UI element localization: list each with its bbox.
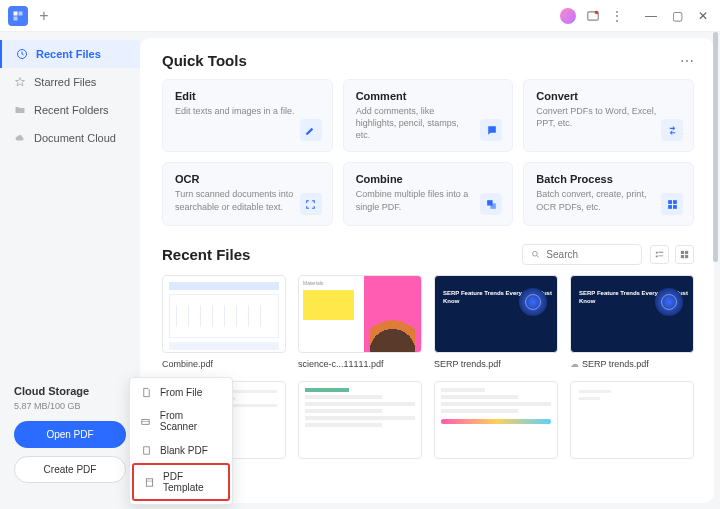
file-card[interactable]: Combine.pdf — [162, 275, 286, 369]
close-button[interactable]: ✕ — [694, 7, 712, 25]
scrollbar[interactable] — [713, 32, 718, 262]
quick-tools-title: Quick Tools — [162, 52, 247, 69]
svg-rect-16 — [685, 255, 688, 258]
svg-rect-7 — [490, 203, 495, 208]
svg-rect-0 — [14, 11, 18, 15]
file-name: SERP trends.pdf — [434, 359, 558, 369]
svg-point-4 — [595, 10, 599, 14]
tool-name: Comment — [356, 90, 501, 102]
svg-rect-8 — [668, 200, 672, 204]
svg-rect-2 — [14, 16, 18, 20]
svg-rect-1 — [19, 11, 23, 15]
batch-icon — [661, 193, 683, 215]
tool-desc: Edit texts and images in a file. — [175, 105, 295, 117]
ctx-from-file[interactable]: From File — [130, 380, 232, 404]
file-card[interactable]: SERP Feature Trends Every SEO Must Know … — [434, 275, 558, 369]
titlebar: + ⋮ — ▢ ✕ — [0, 0, 720, 32]
blank-icon — [140, 444, 152, 456]
maximize-button[interactable]: ▢ — [668, 7, 686, 25]
svg-rect-17 — [142, 419, 149, 424]
search-box[interactable] — [522, 244, 642, 265]
tool-batch-process[interactable]: Batch Process Batch convert, create, pri… — [523, 162, 694, 226]
scanner-icon — [140, 415, 152, 427]
tool-name: Edit — [175, 90, 320, 102]
notification-icon[interactable] — [586, 9, 600, 23]
sidebar-item-label: Recent Folders — [34, 104, 109, 116]
cloud-icon — [14, 132, 26, 144]
cloud-storage-usage: 5.87 MB/100 GB — [14, 401, 126, 411]
cloud-storage-title: Cloud Storage — [14, 385, 126, 397]
template-icon — [144, 476, 155, 488]
combine-icon — [480, 193, 502, 215]
file-card[interactable]: Materials science-c...11111.pdf — [298, 275, 422, 369]
sidebar-item-starred-files[interactable]: Starred Files — [0, 68, 140, 96]
file-card[interactable] — [298, 381, 422, 459]
tool-desc: Combine multiple files into a single PDF… — [356, 188, 476, 212]
tool-desc: Turn scanned documents into searchable o… — [175, 188, 295, 212]
tool-name: OCR — [175, 173, 320, 185]
clock-icon — [16, 48, 28, 60]
star-icon — [14, 76, 26, 88]
tool-convert[interactable]: Convert Convert PDFs to Word, Excel, PPT… — [523, 79, 694, 152]
ocr-icon — [300, 193, 322, 215]
tool-name: Batch Process — [536, 173, 681, 185]
search-icon — [531, 249, 540, 260]
file-card[interactable] — [434, 381, 558, 459]
more-menu-icon[interactable]: ⋮ — [610, 8, 624, 24]
svg-rect-10 — [668, 205, 672, 209]
search-input[interactable] — [546, 249, 633, 260]
svg-rect-14 — [685, 251, 688, 254]
new-tab-button[interactable]: + — [34, 6, 54, 26]
file-card[interactable] — [570, 381, 694, 459]
tool-name: Combine — [356, 173, 501, 185]
file-thumbnail — [570, 381, 694, 459]
tool-desc: Add comments, like highlights, pencil, s… — [356, 105, 476, 141]
svg-rect-19 — [146, 478, 152, 485]
svg-rect-9 — [673, 200, 677, 204]
file-thumbnail: Materials — [298, 275, 422, 353]
tool-comment[interactable]: Comment Add comments, like highlights, p… — [343, 79, 514, 152]
file-card[interactable]: SERP Feature Trends Every SEO Must Know … — [570, 275, 694, 369]
ctx-from-scanner[interactable]: From Scanner — [130, 404, 232, 438]
tool-desc: Batch convert, create, print, OCR PDFs, … — [536, 188, 656, 212]
cloud-badge-icon: ☁ — [570, 359, 579, 369]
sidebar-item-label: Starred Files — [34, 76, 96, 88]
ctx-label: From Scanner — [160, 410, 222, 432]
tool-edit[interactable]: Edit Edit texts and images in a file. — [162, 79, 333, 152]
sidebar-item-document-cloud[interactable]: Document Cloud — [0, 124, 140, 152]
app-logo-icon[interactable] — [8, 6, 28, 26]
quick-tools-more-icon[interactable]: ⋯ — [680, 53, 694, 69]
sidebar: Recent Files Starred Files Recent Folder… — [0, 32, 140, 509]
minimize-button[interactable]: — — [642, 7, 660, 25]
file-thumbnail — [298, 381, 422, 459]
file-thumbnail: SERP Feature Trends Every SEO Must Know — [570, 275, 694, 353]
open-pdf-button[interactable]: Open PDF — [14, 421, 126, 448]
comment-icon — [480, 119, 502, 141]
file-thumbnail — [434, 381, 558, 459]
recent-files-title: Recent Files — [162, 246, 250, 263]
edit-icon — [300, 119, 322, 141]
create-pdf-menu: From File From Scanner Blank PDF PDF Tem… — [129, 377, 233, 505]
file-name: Combine.pdf — [162, 359, 286, 369]
tool-ocr[interactable]: OCR Turn scanned documents into searchab… — [162, 162, 333, 226]
file-name: science-c...11111.pdf — [298, 359, 422, 369]
user-avatar[interactable] — [560, 8, 576, 24]
sidebar-item-recent-folders[interactable]: Recent Folders — [0, 96, 140, 124]
tool-combine[interactable]: Combine Combine multiple files into a si… — [343, 162, 514, 226]
ctx-blank-pdf[interactable]: Blank PDF — [130, 438, 232, 462]
svg-rect-18 — [143, 446, 149, 453]
sidebar-item-recent-files[interactable]: Recent Files — [0, 40, 140, 68]
convert-icon — [661, 119, 683, 141]
ctx-label: From File — [160, 387, 202, 398]
file-icon — [140, 386, 152, 398]
svg-rect-15 — [681, 255, 684, 258]
list-view-icon[interactable] — [650, 245, 669, 264]
tool-desc: Convert PDFs to Word, Excel, PPT, etc. — [536, 105, 656, 129]
svg-rect-11 — [673, 205, 677, 209]
sidebar-item-label: Recent Files — [36, 48, 101, 60]
grid-view-icon[interactable] — [675, 245, 694, 264]
file-thumbnail — [162, 275, 286, 353]
create-pdf-button[interactable]: Create PDF — [14, 456, 126, 483]
ctx-pdf-template[interactable]: PDF Template — [134, 465, 228, 499]
sidebar-item-label: Document Cloud — [34, 132, 116, 144]
